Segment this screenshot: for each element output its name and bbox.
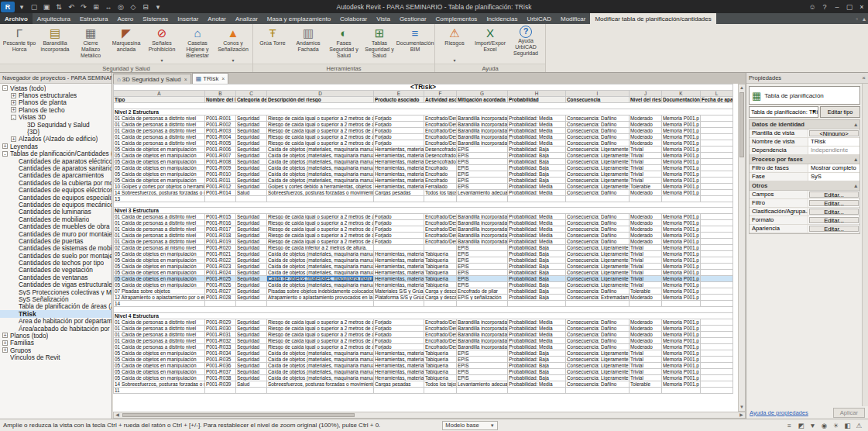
cell[interactable]: Seguridad	[236, 152, 267, 158]
cell[interactable]: Seguridad	[236, 121, 267, 127]
cell[interactable]: Memoria P001.p	[662, 189, 701, 195]
browser-item-tabla-de-planificacion-de-areas-area-con[interactable]: Tabla de planificación de áreas (Área co…	[0, 303, 112, 310]
cell[interactable]: Moderado	[630, 220, 662, 226]
ribbon-tab-urbicad[interactable]: UrbiCAD	[522, 13, 556, 24]
cell[interactable]: P001-R003	[205, 127, 236, 133]
cell[interactable]: Consecuencia: Dañino	[566, 140, 630, 146]
cell[interactable]: Consecuencia: Ligeramente	[566, 264, 630, 270]
cell[interactable]: Consecuencia: Ligeramente	[566, 171, 630, 177]
cell[interactable]: P001-R022	[205, 257, 236, 264]
table-row[interactable]: 01 Caída de personas a distinto nivelP00…	[114, 133, 733, 140]
cell[interactable]: Encofrado/Desenc	[424, 133, 457, 140]
undo-icon[interactable]: ↶	[66, 2, 77, 12]
cell[interactable]	[701, 257, 733, 264]
cell[interactable]	[701, 282, 733, 288]
cell[interactable]: Probabilidad: Media	[508, 343, 566, 350]
column-header-nivel-del-riesgo[interactable]: Nivel del riesgo (	[630, 97, 662, 103]
cell[interactable]: Riesgo de caída igual o superior a 2 met…	[267, 127, 374, 133]
table-row[interactable]: 02 Caída de personas al mismo nivelP001-…	[114, 245, 733, 251]
cell[interactable]	[424, 245, 457, 251]
column-header-mitigacion-acordada[interactable]: Mitigación acordada	[457, 97, 508, 103]
cell[interactable]: Trivial	[630, 356, 662, 362]
cell[interactable]: Forjado	[374, 331, 424, 337]
cell[interactable]: Seguridad	[236, 158, 267, 164]
hide-isolate-icon[interactable]: ◉	[819, 422, 829, 429]
cell[interactable]	[701, 276, 733, 282]
browser-item-tablas-de-planificacion-cantidades-todo[interactable]: -Tablas de planificación/Cantidades (tod…	[0, 150, 112, 157]
cell[interactable]	[701, 127, 733, 133]
cell[interactable]	[701, 381, 733, 387]
cell[interactable]: Riesgo de caída igual o superior a 2 met…	[267, 343, 374, 350]
cell[interactable]: Barandilla incorporada	[457, 140, 508, 146]
cell[interactable]: Probabilidad: Media	[508, 133, 566, 140]
cell[interactable]: Probabilidad: Media	[508, 319, 566, 325]
cell[interactable]: Consecuencia: Ligeramente	[566, 152, 630, 158]
expand-icon[interactable]: +	[2, 347, 8, 353]
cell[interactable]: Consecuencia: Ligeramente	[566, 257, 630, 264]
table-row[interactable]: 07 Pisadas sobre objetosP001-R027Segurid…	[114, 288, 733, 295]
cell[interactable]: Probabilidad: Media	[508, 337, 566, 343]
browser-item-3d[interactable]: {3D}	[0, 128, 112, 135]
table-row[interactable]: 05 Caída de objetos en manipulaciónP001-…	[114, 146, 733, 152]
table-row[interactable]: 05 Caída de objetos en manipulaciónP001-…	[114, 158, 733, 164]
cell[interactable]: Probabilidad: Media	[508, 214, 566, 220]
expand-icon[interactable]: +	[11, 100, 16, 105]
browser-item-cantidades-de-muebles-de-obra[interactable]: Cantidades de muebles de obra	[0, 222, 112, 229]
browser-item-cantidades-de-aparcamientos[interactable]: Cantidades de aparcamientos	[0, 172, 112, 179]
cell[interactable]: 05 Caída de objetos en manipulación	[114, 146, 205, 152]
cell[interactable]: Riesgo de caída igual o superior a 2 met…	[267, 319, 374, 325]
cell[interactable]: Todos los tajos	[424, 381, 457, 387]
cell[interactable]: 05 Caída de objetos en manipulación	[114, 164, 205, 171]
cell[interactable]: Consecuencia: Dañino	[566, 319, 630, 325]
cell[interactable]: Consecuencia: Ligeramente	[566, 350, 630, 356]
cell[interactable]: 05 Caída de objetos en manipulación	[114, 362, 205, 368]
cell[interactable]: Trivial	[630, 276, 662, 282]
cell[interactable]: Riesgo de caída igual o superior a 2 met…	[267, 115, 374, 121]
cell[interactable]	[701, 295, 733, 301]
cell[interactable]: Probabilidad: Baja	[508, 288, 566, 295]
cell[interactable]: EPIS	[457, 362, 508, 368]
cell[interactable]: Tolerable	[630, 381, 662, 387]
cell[interactable]: 01 Caída de personas a distinto nivel	[114, 233, 205, 239]
cell[interactable]: P001-R028	[205, 295, 236, 301]
cell[interactable]: Seguridad	[236, 331, 267, 337]
cell[interactable]: Seguridad	[236, 288, 267, 295]
cell[interactable]: 05 Caída de objetos en manipulación	[114, 356, 205, 362]
document-tab-3d-seguridad-y-salud[interactable]: ⌂3D Seguridad y Salud×	[113, 74, 191, 84]
cell[interactable]: Trivial	[630, 152, 662, 158]
cell[interactable]: Forjado	[374, 343, 424, 350]
button-cierre-mallazo-metalico[interactable]: ▦Cierre Mallazo Metálico	[73, 25, 108, 64]
browser-item-planos-de-planta[interactable]: +Planos de planta	[0, 99, 112, 106]
cell[interactable]: Probabilidad: Baja	[508, 368, 566, 374]
cell[interactable]: P001-R017	[205, 226, 236, 233]
property-section-proceso-por-fases[interactable]: Proceso por fases▴	[750, 155, 859, 164]
cell[interactable]: Memoria P001.p	[662, 214, 701, 220]
cell[interactable]: Caída de objetos (materiales, maquinaria…	[267, 152, 374, 158]
cell[interactable]: Moderado	[630, 133, 662, 140]
cell[interactable]: 05 Caída de objetos en manipulación	[114, 171, 205, 177]
cell[interactable]: Barandilla incorporada	[457, 343, 508, 350]
cell[interactable]: Probabilidad: Media	[508, 381, 566, 387]
ribbon-tab-modificar-tabla-de-planificacion-cantidade[interactable]: Modificar tabla de planificación/cantida…	[590, 13, 715, 24]
cell[interactable]: Memoria P001.p	[662, 152, 701, 158]
cell[interactable]: Memoria P001.p	[662, 270, 701, 276]
cell[interactable]: Seguridad	[236, 171, 267, 177]
cell[interactable]: Seguridad	[236, 337, 267, 343]
browser-item-cantidades-de-suelo-por-montaje[interactable]: Cantidades de suelo por montaje	[0, 252, 112, 259]
cell[interactable]: Probabilidad: Baja	[508, 374, 566, 381]
cell[interactable]: P001-R019	[205, 239, 236, 245]
cell[interactable]: Consecuencia: Dañino	[566, 325, 630, 331]
column-letter-b[interactable]: B	[205, 91, 236, 97]
cell[interactable]: Encofrado	[424, 171, 457, 177]
table-row[interactable]: 01 Caída de personas a distinto nivelP00…	[114, 115, 733, 121]
column-header-categoria-del[interactable]: Categoría del	[236, 97, 267, 103]
cell[interactable]: Memoria P001.p	[662, 264, 701, 270]
cell[interactable]	[701, 177, 733, 183]
cell[interactable]: Seguridad	[236, 177, 267, 183]
cell[interactable]: Probabilidad: Baja	[508, 276, 566, 282]
cell[interactable]: Consecuencia: Dañino	[566, 381, 630, 387]
cell[interactable]: Sobreesfuerzos, posturas forzadas o movi…	[267, 189, 374, 195]
cell[interactable]: EPIS	[457, 245, 508, 251]
cell[interactable]: Seguridad	[236, 362, 267, 368]
revit-logo[interactable]: R	[1, 2, 15, 12]
